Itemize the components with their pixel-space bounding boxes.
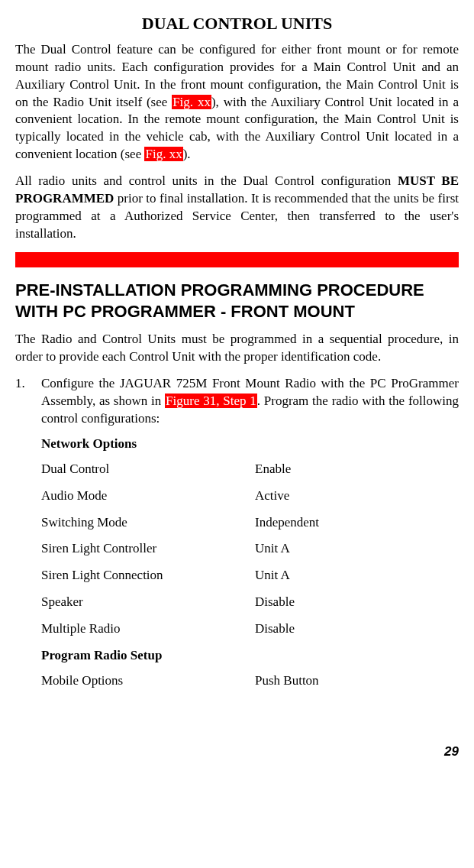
config-value: Disable — [255, 620, 459, 638]
text-segment: ). — [183, 147, 191, 161]
intro-paragraph-2: All radio units and control units in the… — [15, 173, 459, 243]
config-key: Siren Light Connection — [41, 567, 255, 585]
text-segment: Configure the J — [41, 376, 125, 390]
small-caps-text: AGUAR — [125, 376, 171, 390]
config-value: Unit A — [255, 567, 459, 585]
config-value: Active — [255, 487, 459, 505]
config-value: Unit A — [255, 540, 459, 558]
fig-ref-highlight: Fig. xx — [172, 95, 211, 109]
config-key: Siren Light Controller — [41, 540, 255, 558]
config-value: Enable — [255, 461, 459, 478]
section-paragraph: The Radio and Control Units must be prog… — [15, 331, 459, 366]
page-number: 29 — [15, 743, 459, 761]
config-row: Dual Control Enable — [41, 461, 459, 478]
config-value: Independent — [255, 514, 459, 532]
config-row: Multiple Radio Disable — [41, 620, 459, 638]
config-value: Disable — [255, 594, 459, 611]
step-number: 1. — [15, 375, 41, 428]
config-key: Switching Mode — [41, 514, 255, 532]
config-key: Mobile Options — [41, 672, 255, 690]
program-radio-setup-heading: Program Radio Setup — [41, 647, 459, 665]
section-heading: PRE-INSTALLATION PROGRAMMING PROCEDURE W… — [15, 280, 459, 322]
intro-paragraph-1: The Dual Control feature can be configur… — [15, 41, 459, 164]
config-value: Push Button — [255, 672, 459, 690]
config-key: Audio Mode — [41, 487, 255, 505]
config-row: Siren Light Controller Unit A — [41, 540, 459, 558]
config-row: Speaker Disable — [41, 594, 459, 611]
step-1: 1. Configure the JAGUAR 725M Front Mount… — [15, 375, 459, 428]
config-key: Dual Control — [41, 461, 255, 478]
config-key: Speaker — [41, 594, 255, 611]
config-row: Mobile Options Push Button — [41, 672, 459, 690]
fig-ref-highlight: Figure 31, Step 1 — [165, 394, 257, 408]
config-key: Multiple Radio — [41, 620, 255, 638]
config-row: Audio Mode Active — [41, 487, 459, 505]
config-row: Switching Mode Independent — [41, 514, 459, 532]
config-row: Siren Light Connection Unit A — [41, 567, 459, 585]
step-body: Configure the JAGUAR 725M Front Mount Ra… — [41, 375, 459, 428]
page-title: DUAL CONTROL UNITS — [15, 12, 459, 35]
fig-ref-highlight: Fig. xx — [144, 147, 182, 161]
red-divider-bar — [15, 252, 459, 267]
network-options-heading: Network Options — [41, 436, 459, 453]
text-segment: All radio units and control units in the… — [15, 173, 398, 188]
